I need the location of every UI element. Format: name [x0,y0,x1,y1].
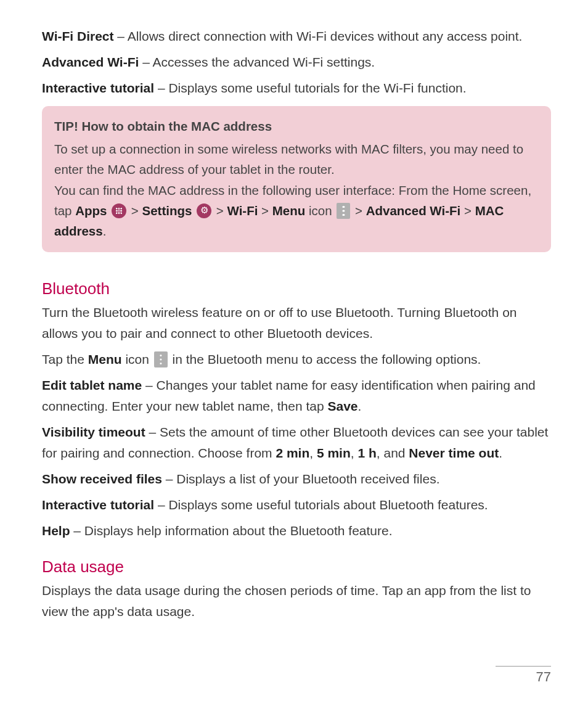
settings-gear-icon [197,203,211,218]
bt-tap-prefix: Tap the [42,352,88,366]
advanced-wifi-label: Advanced Wi-Fi [42,55,139,69]
bt-show-files-label: Show received files [42,472,162,486]
tip-period: . [103,224,107,238]
interactive-tutorial-wifi-item: Interactive tutorial – Displays some use… [42,78,551,99]
bt-help-label: Help [42,523,70,538]
tip-sep3: > [258,203,272,218]
menu-overflow-icon [154,351,168,367]
data-usage-heading: Data usage [42,557,551,577]
bt-tap-suffix: in the Bluetooth menu to access the foll… [169,352,481,366]
page-number: 77 [496,669,551,685]
bluetooth-tap-line: Tap the Menu icon in the Bluetooth menu … [42,349,551,370]
bluetooth-intro: Turn the Bluetooth wireless feature on o… [42,302,551,344]
bt-tutorial-desc: – Displays some useful tutorials about B… [154,498,488,512]
bt-help-desc: – Displays help information about the Bl… [70,523,393,538]
data-usage-section: Data usage Displays the data usage durin… [42,557,551,622]
wifi-direct-desc: – Allows direct connection with Wi-Fi de… [113,29,522,43]
bt-show-files-desc: – Displays a list of your Bluetooth rece… [162,472,440,486]
data-usage-desc: Displays the data usage during the chose… [42,580,551,622]
bt-visibility-desc-b: . [499,446,502,460]
tip-icon-word: icon [305,203,335,218]
bt-vis-c3: , and [377,446,409,460]
bluetooth-section: Bluetooth Turn the Bluetooth wireless fe… [42,279,551,541]
apps-icon [112,203,126,218]
tip-line1: To set up a connection in some wireless … [54,139,539,179]
tip-sep4: > [351,203,365,218]
bt-edit-desc-b: . [358,399,362,413]
tip-title: TIP! How to obtain the MAC address [54,116,539,136]
tip-box: TIP! How to obtain the MAC address To se… [42,106,551,252]
menu-overflow-icon [337,203,350,219]
bt-tutorial-label: Interactive tutorial [42,498,154,512]
tip-line2: You can find the MAC address in the foll… [54,180,539,242]
tip-sep1: > [131,203,142,218]
bt-menu-label: Menu [88,352,122,366]
footer-divider [496,666,551,667]
bt-vis-v3: 1 h [357,446,376,460]
bt-icon-word: icon [122,352,153,366]
bt-tutorial-item: Interactive tutorial – Displays some use… [42,495,551,515]
bt-edit-label: Edit tablet name [42,378,142,392]
bt-visibility-item: Visibility timeout – Sets the amount of … [42,422,551,464]
manual-page: Wi-Fi Direct – Allows direct connection … [0,0,588,706]
bt-edit-tablet-name-item: Edit tablet name – Changes your tablet n… [42,375,551,417]
tip-wifi-label: Wi-Fi [227,203,258,218]
wifi-direct-item: Wi-Fi Direct – Allows direct connection … [42,26,551,47]
bt-vis-v4: Never time out [409,446,499,460]
wifi-direct-label: Wi-Fi Direct [42,29,113,43]
bt-vis-v2: 5 min [317,446,351,460]
bt-edit-save: Save [327,399,357,413]
tip-sep2: > [216,203,227,218]
bt-vis-c1: , [309,446,317,460]
tip-apps-label: Apps [75,203,107,218]
advanced-wifi-desc: – Accesses the advanced Wi-Fi settings. [139,55,375,69]
bt-help-item: Help – Displays help information about t… [42,520,551,541]
tip-adv-wifi-label: Advanced Wi-Fi [366,203,461,218]
interactive-tutorial-wifi-label: Interactive tutorial [42,81,154,95]
bt-vis-c2: , [351,446,358,460]
interactive-tutorial-wifi-desc: – Displays some useful tutorials for the… [154,81,467,95]
bt-visibility-label: Visibility timeout [42,425,145,439]
tip-sep5: > [460,203,475,218]
bt-vis-v1: 2 min [276,446,309,460]
tip-menu-label: Menu [272,203,306,218]
advanced-wifi-item: Advanced Wi-Fi – Accesses the advanced W… [42,52,551,73]
tip-settings-label: Settings [142,203,192,218]
bt-show-files-item: Show received files – Displays a list of… [42,469,551,490]
bluetooth-heading: Bluetooth [42,279,551,298]
page-footer: 77 [496,666,551,685]
